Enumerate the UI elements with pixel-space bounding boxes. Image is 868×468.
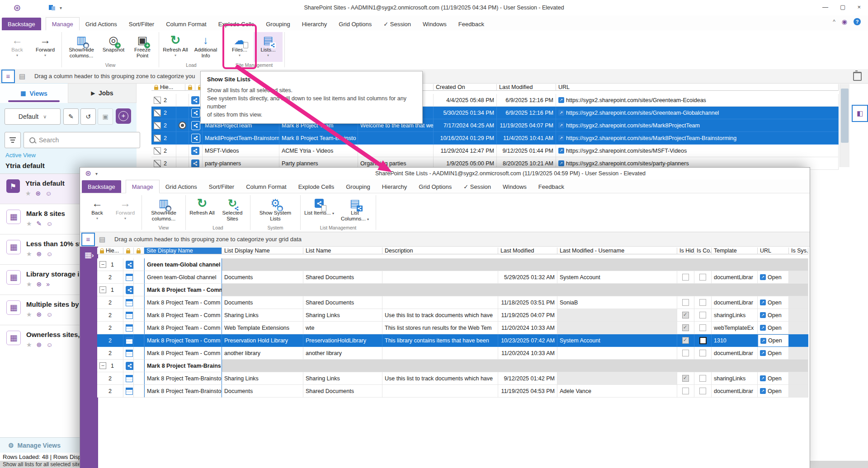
collapse-group-icon[interactable]: – bbox=[99, 261, 106, 268]
open-link[interactable]: Open bbox=[768, 337, 782, 344]
is-hidden-checkbox[interactable] bbox=[682, 388, 689, 394]
partial-checkbox-icon[interactable] bbox=[154, 109, 161, 117]
add-view-button[interactable]: + bbox=[116, 108, 131, 124]
column-header[interactable] bbox=[123, 248, 134, 254]
is-catalog-checkbox[interactable] bbox=[699, 375, 706, 382]
smiley-icon[interactable]: ☺ bbox=[46, 250, 52, 257]
star-icon[interactable]: ★ bbox=[26, 341, 32, 348]
list-row[interactable]: 2Mark 8 Project Team-BrainstoSharing Lin… bbox=[97, 372, 808, 385]
column-header[interactable]: URL bbox=[758, 248, 789, 254]
selected-sites-button[interactable]: ↻ Selected Sites bbox=[217, 195, 248, 225]
flat-view-toggle[interactable]: ≡ bbox=[81, 233, 95, 246]
tab-windows[interactable]: Windows bbox=[497, 180, 533, 193]
save-view-button[interactable]: ▣ bbox=[98, 108, 113, 125]
show-hide-columns-button[interactable]: ▥◉ Show/Hide columns... bbox=[64, 32, 99, 62]
star-icon[interactable]: ★ bbox=[26, 311, 32, 318]
tab-hierarchy[interactable]: Hierarchy bbox=[376, 180, 413, 193]
column-header[interactable]: Is Co... bbox=[694, 248, 712, 254]
partial-checkbox-icon[interactable] bbox=[154, 97, 161, 104]
flat-view-toggle[interactable]: ≡ bbox=[1, 70, 15, 83]
column-header[interactable]: URL bbox=[556, 84, 839, 91]
list-items-button[interactable]: List Items... ▾ bbox=[302, 195, 336, 225]
is-catalog-checkbox[interactable] bbox=[699, 350, 706, 356]
group-row[interactable]: –1Mark 8 Project Team-Brains bbox=[97, 360, 808, 372]
minimize-button[interactable]: — bbox=[822, 4, 828, 10]
list-row[interactable]: 2Green team-Global channelDocumentsShare… bbox=[97, 271, 808, 284]
list-row[interactable]: 2Mark 8 Project Team-BrainstoDocumentsSh… bbox=[97, 385, 808, 398]
search-input[interactable]: Search bbox=[24, 132, 140, 148]
tab-column-format[interactable]: Column Format bbox=[240, 180, 292, 193]
close-button[interactable]: × bbox=[857, 4, 861, 10]
is-catalog-checkbox[interactable] bbox=[699, 324, 706, 331]
smiley-icon[interactable]: ☺ bbox=[46, 311, 52, 318]
group-row[interactable]: –1Green team-Global channel bbox=[97, 258, 808, 271]
tab-views[interactable]: ▦Views bbox=[0, 83, 68, 103]
column-header[interactable]: Last Modified bbox=[497, 84, 556, 91]
tab-jobs[interactable]: ▶Jobs bbox=[68, 83, 137, 103]
additional-info-button[interactable]: ↓ Additional Info bbox=[190, 32, 222, 62]
tab-session[interactable]: ✓ Session bbox=[458, 180, 497, 193]
column-header[interactable]: Last Modified - Username bbox=[557, 248, 677, 254]
column-header[interactable]: Hie... bbox=[97, 248, 123, 254]
view-set-dropdown[interactable]: Default∨ bbox=[5, 108, 61, 125]
is-hidden-checkbox[interactable] bbox=[682, 337, 689, 344]
list-row[interactable]: 2Mark 8 Project Team - CommWeb Template … bbox=[97, 322, 808, 334]
tab-explode-cells[interactable]: Explode Cells bbox=[292, 180, 340, 193]
eye-icon[interactable]: ◉ bbox=[842, 18, 847, 25]
tab-manage[interactable]: Manage bbox=[126, 180, 160, 193]
open-link[interactable]: Open bbox=[768, 350, 782, 356]
ytria-badge-icon[interactable]: ⊛ bbox=[36, 190, 41, 197]
tab-grid-options[interactable]: Grid Options bbox=[333, 18, 377, 30]
rename-view-button[interactable]: ✎ bbox=[63, 108, 79, 125]
column-header[interactable] bbox=[185, 84, 195, 91]
list-row[interactable]: 2Mark 8 Project Team - CommPreservation … bbox=[97, 334, 808, 347]
star-icon[interactable]: ★ bbox=[25, 190, 31, 197]
collapse-group-icon[interactable]: – bbox=[99, 286, 106, 293]
refresh-all-button[interactable]: ↻ Refresh All▾ bbox=[161, 32, 190, 62]
is-catalog-checkbox[interactable] bbox=[699, 388, 706, 394]
list-row[interactable]: 2Mark 8 Project Team - CommDocumentsShar… bbox=[97, 296, 808, 309]
forward-button[interactable]: → Forward▾ bbox=[111, 195, 140, 225]
filter-button[interactable] bbox=[5, 132, 21, 148]
list-row[interactable]: 2Mark 8 Project Team - CommSharing Links… bbox=[97, 309, 808, 322]
trash-icon[interactable] bbox=[853, 72, 862, 81]
back-button[interactable]: ← Back▾ bbox=[4, 32, 31, 62]
is-catalog-checkbox[interactable] bbox=[699, 312, 706, 318]
ytria-badge-icon[interactable]: ⊛ bbox=[37, 311, 42, 318]
ytria-badge-icon[interactable]: ⊛ bbox=[37, 250, 42, 257]
collapse-ribbon-icon[interactable]: ^ bbox=[833, 19, 835, 25]
show-hide-columns-button[interactable]: ▥◉ Show/Hide columns... bbox=[144, 195, 184, 225]
chevrons-icon[interactable]: » bbox=[46, 281, 50, 288]
partial-checkbox-icon[interactable] bbox=[154, 122, 161, 129]
pen-icon[interactable]: ✎ bbox=[37, 220, 42, 227]
is-catalog-checkbox[interactable] bbox=[699, 274, 706, 281]
is-hidden-checkbox[interactable] bbox=[682, 324, 689, 331]
back-button[interactable]: ← Back▾ bbox=[84, 195, 111, 225]
column-header[interactable]: List Name bbox=[303, 248, 382, 254]
tab-manage[interactable]: Manage bbox=[46, 17, 80, 31]
ytria-badge-icon[interactable]: ⊛ bbox=[37, 281, 42, 288]
tab-sort-filter[interactable]: Sort/Filter bbox=[123, 18, 160, 30]
column-header[interactable]: Site Display Name bbox=[144, 248, 222, 254]
grouped-view-toggle[interactable]: ▤ bbox=[96, 234, 108, 245]
snapshot-button[interactable]: ◎+ Snapshot bbox=[99, 32, 128, 62]
smiley-icon[interactable]: ☺ bbox=[46, 220, 52, 227]
tab-grouping[interactable]: Grouping bbox=[340, 180, 376, 193]
column-header[interactable]: Created On bbox=[434, 84, 497, 91]
maximize-button[interactable]: ▢ bbox=[840, 4, 845, 10]
open-link[interactable]: Open bbox=[768, 325, 782, 331]
tab-feedback[interactable]: Feedback bbox=[533, 180, 570, 193]
partial-checkbox-icon[interactable] bbox=[154, 135, 161, 142]
is-hidden-checkbox[interactable] bbox=[682, 274, 689, 281]
open-link[interactable]: Open bbox=[768, 388, 782, 394]
collapsed-left-panel[interactable]: ▦› bbox=[80, 247, 98, 468]
tab-session[interactable]: ✓ Session bbox=[377, 18, 417, 30]
is-hidden-checkbox[interactable] bbox=[682, 299, 689, 306]
right-panel-toggle[interactable]: ◧ bbox=[852, 105, 868, 122]
bg-scrollbar[interactable] bbox=[840, 84, 849, 167]
freeze-point-button[interactable]: ▣+ Freeze Point bbox=[128, 32, 157, 62]
refresh-all-button[interactable]: ↻ Refresh All bbox=[188, 195, 217, 225]
is-catalog-checkbox[interactable] bbox=[699, 299, 706, 306]
grouped-view-toggle[interactable]: ▤ bbox=[16, 70, 28, 82]
open-link[interactable]: Open bbox=[768, 375, 782, 382]
